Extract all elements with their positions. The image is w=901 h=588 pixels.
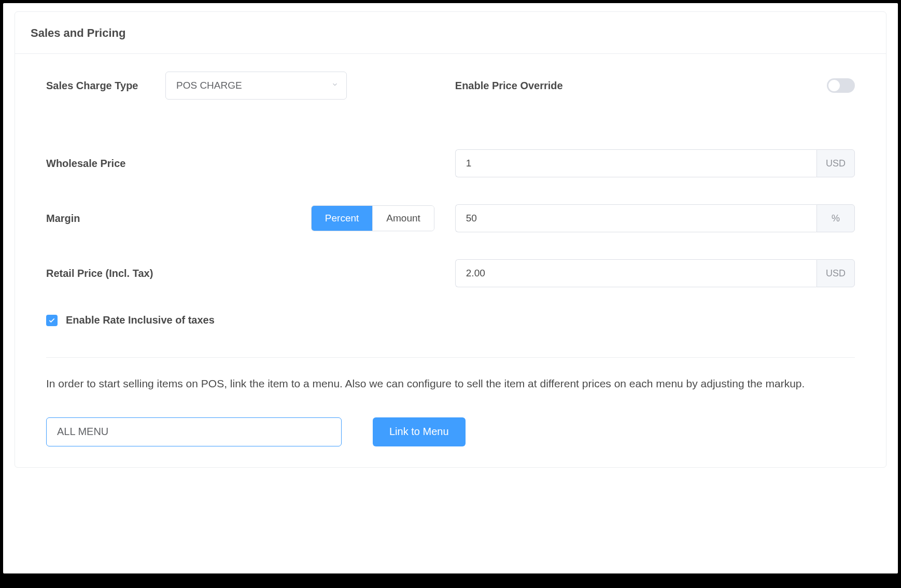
sales-pricing-card: Sales and Pricing Sales Charge Type POS … [15, 11, 886, 468]
margin-input[interactable] [455, 204, 816, 232]
check-icon [48, 317, 55, 324]
margin-amount-button[interactable]: Amount [372, 206, 433, 231]
divider [46, 357, 855, 358]
retail-price-suffix: USD [816, 259, 855, 287]
retail-price-label: Retail Price (Incl. Tax) [46, 268, 153, 279]
wholesale-price-label: Wholesale Price [46, 158, 150, 170]
card-header: Sales and Pricing [15, 12, 886, 54]
link-to-menu-button[interactable]: Link to Menu [373, 417, 466, 446]
link-menu-info-text: In order to start selling items on POS, … [46, 375, 855, 393]
enable-rate-inclusive-checkbox[interactable] [46, 315, 58, 326]
sales-charge-type-select[interactable]: POS CHARGE [165, 72, 347, 100]
enable-price-override-toggle[interactable] [827, 78, 855, 93]
margin-suffix: % [816, 204, 855, 232]
margin-type-group: Percent Amount [311, 205, 434, 231]
sales-charge-type-value: POS CHARGE [176, 80, 242, 91]
margin-label: Margin [46, 213, 80, 225]
wholesale-price-suffix: USD [816, 149, 855, 177]
margin-percent-button[interactable]: Percent [312, 206, 372, 231]
card-title: Sales and Pricing [31, 26, 870, 40]
retail-price-input[interactable] [455, 259, 816, 287]
enable-price-override-label: Enable Price Override [455, 80, 563, 92]
toggle-knob [828, 80, 840, 91]
sales-charge-type-label: Sales Charge Type [46, 80, 150, 92]
enable-rate-inclusive-label: Enable Rate Inclusive of taxes [66, 314, 215, 326]
wholesale-price-input[interactable] [455, 149, 816, 177]
menu-select-input[interactable] [46, 417, 342, 446]
